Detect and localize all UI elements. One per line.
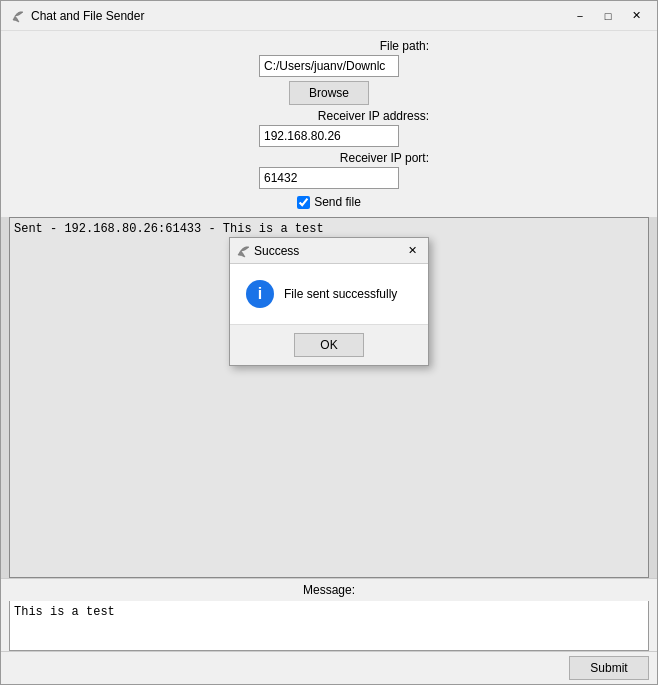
receiver-ip-input[interactable] xyxy=(259,125,399,147)
submit-button[interactable]: Submit xyxy=(569,656,649,680)
modal-title-bar: Success ✕ xyxy=(230,238,428,264)
receiver-ip-row: Receiver IP address: xyxy=(229,109,429,147)
file-path-input[interactable] xyxy=(259,55,399,77)
modal-app-icon xyxy=(236,244,250,258)
message-section: Message: Submit xyxy=(1,578,657,684)
maximize-button[interactable]: □ xyxy=(595,6,621,26)
minimize-button[interactable]: − xyxy=(567,6,593,26)
info-icon-label: i xyxy=(258,285,262,303)
send-file-checkbox[interactable] xyxy=(297,196,310,209)
modal-body: i File sent successfully xyxy=(230,264,428,324)
receiver-port-input[interactable] xyxy=(259,167,399,189)
submit-row: Submit xyxy=(1,651,657,684)
browse-button[interactable]: Browse xyxy=(289,81,369,105)
main-window: Chat and File Sender − □ ✕ File path: Br… xyxy=(0,0,658,685)
top-panel: File path: Browse Receiver IP address: R… xyxy=(1,31,657,217)
content-area: File path: Browse Receiver IP address: R… xyxy=(1,31,657,684)
success-modal: Success ✕ i File sent successfully OK xyxy=(229,237,429,366)
modal-close-button[interactable]: ✕ xyxy=(402,242,422,260)
modal-footer: OK xyxy=(230,324,428,365)
modal-overlay: Success ✕ i File sent successfully OK xyxy=(1,217,657,578)
send-file-label: Send file xyxy=(314,195,361,209)
file-path-label: File path: xyxy=(229,39,429,53)
message-label: Message: xyxy=(303,583,355,597)
send-file-row: Send file xyxy=(297,195,361,209)
modal-title: Success xyxy=(254,244,402,258)
receiver-ip-label: Receiver IP address: xyxy=(229,109,429,123)
file-path-row: File path: xyxy=(229,39,429,77)
modal-message: File sent successfully xyxy=(284,287,397,301)
receiver-port-label: Receiver IP port: xyxy=(229,151,429,165)
title-bar: Chat and File Sender − □ ✕ xyxy=(1,1,657,31)
message-label-row: Message: xyxy=(1,578,657,601)
info-icon: i xyxy=(246,280,274,308)
ok-button[interactable]: OK xyxy=(294,333,364,357)
message-input[interactable] xyxy=(9,601,649,651)
window-title: Chat and File Sender xyxy=(31,9,567,23)
receiver-port-row: Receiver IP port: xyxy=(229,151,429,189)
window-controls: − □ ✕ xyxy=(567,6,649,26)
app-icon xyxy=(9,8,25,24)
chat-area: Sent - 192.168.80.26:61433 - This is a t… xyxy=(1,217,657,578)
close-button[interactable]: ✕ xyxy=(623,6,649,26)
